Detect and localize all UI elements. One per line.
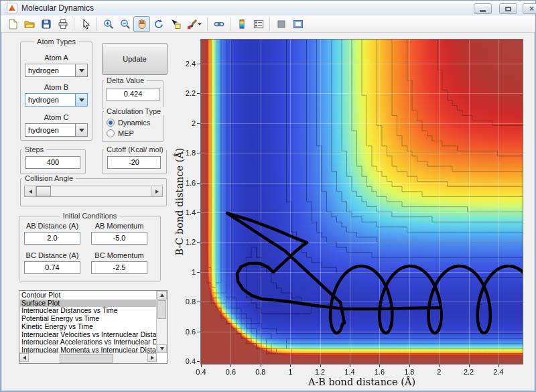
- update-button[interactable]: Update: [102, 43, 168, 75]
- x-tick: [409, 365, 410, 367]
- initial-conditions-title: Initial Conditions: [60, 212, 120, 220]
- scroll-left-icon[interactable]: [19, 353, 29, 362]
- pes-axes: [200, 39, 523, 365]
- insert-legend-button[interactable]: [250, 16, 267, 32]
- list-item[interactable]: Internuclear Momenta vs Internuclear Dis…: [20, 346, 156, 352]
- link-plots-button[interactable]: [210, 16, 227, 32]
- hscroll-thumb[interactable]: [60, 354, 113, 363]
- edit-plot-arrow-button[interactable]: [77, 16, 94, 32]
- insert-colorbar-icon: [237, 19, 247, 29]
- plot-type-listbox[interactable]: Contour PlotSurface PlotInternuclear Dis…: [19, 290, 168, 364]
- x-tick: [320, 365, 321, 367]
- atom-b-value: hydrogen: [25, 93, 75, 107]
- save-figure-button[interactable]: [38, 16, 54, 32]
- new-figure-icon: [7, 19, 18, 29]
- x-tick: [439, 365, 440, 367]
- chevron-down-icon[interactable]: [75, 64, 88, 77]
- x-tick: [350, 365, 350, 367]
- open-file-icon: [24, 19, 35, 29]
- atom-c-combo[interactable]: hydrogen: [25, 123, 88, 137]
- atom-a-value: hydrogen: [25, 64, 75, 77]
- maximize-button[interactable]: [499, 3, 517, 14]
- vscroll-thumb[interactable]: [157, 300, 166, 319]
- insert-colorbar-button[interactable]: [233, 16, 250, 32]
- atom-b-combo[interactable]: hydrogen: [25, 93, 88, 107]
- radio-dynamics[interactable]: Dynamics: [107, 119, 150, 127]
- atom-a-label: Atom A: [20, 54, 92, 62]
- y-tick-label: 1: [173, 268, 196, 276]
- hide-plot-tools-button[interactable]: [273, 16, 289, 32]
- data-cursor-icon: [170, 19, 181, 29]
- chevron-down-icon[interactable]: [75, 123, 88, 137]
- radio-mep-label: MEP: [118, 129, 134, 137]
- radio-selected-icon: [107, 119, 115, 127]
- atom-c-label: Atom C: [20, 113, 92, 121]
- scroll-up-icon[interactable]: [157, 291, 167, 300]
- x-tick-label: 0.4: [188, 368, 214, 376]
- close-button[interactable]: ×: [523, 3, 536, 14]
- y-tick: [197, 361, 200, 362]
- brush-data-button[interactable]: [184, 16, 204, 32]
- bc-distance-field[interactable]: 0.74: [24, 261, 80, 274]
- edit-plot-arrow-icon: [80, 19, 91, 29]
- zoom-in-icon: [103, 19, 114, 29]
- pes-contour-plot[interactable]: [201, 40, 523, 364]
- y-tick: [197, 272, 200, 273]
- open-file-button[interactable]: [21, 16, 38, 32]
- atom-c-value: hydrogen: [25, 123, 75, 137]
- y-tick: [197, 153, 200, 153]
- cutoff-field[interactable]: -20: [107, 156, 161, 169]
- x-tick-label: 2.2: [456, 368, 482, 376]
- x-tick-label: 0.6: [217, 368, 244, 376]
- radio-unselected-icon: [107, 129, 115, 137]
- plot-type-list-rows: Contour PlotSurface PlotInternuclear Dis…: [20, 291, 156, 352]
- ab-distance-label: AB Distance (A): [24, 222, 80, 230]
- x-tick-label: 1: [277, 368, 304, 376]
- x-tick-label: 2.4: [485, 368, 512, 376]
- slider-thumb[interactable]: [36, 186, 51, 196]
- zoom-in-button[interactable]: [100, 16, 117, 32]
- y-tick: [197, 64, 200, 64]
- steps-field[interactable]: 400: [25, 156, 80, 169]
- delta-value-field[interactable]: 0.424: [107, 88, 159, 101]
- maximize-icon: [505, 7, 511, 11]
- show-plot-tools-button[interactable]: [289, 16, 306, 32]
- save-figure-icon: [41, 19, 52, 29]
- list-item[interactable]: Contour Plot: [20, 291, 156, 300]
- y-tick-label: 0.4: [173, 357, 196, 365]
- slider-right-arrow[interactable]: [151, 186, 162, 196]
- new-figure-button[interactable]: [4, 16, 21, 32]
- pan-hand-button[interactable]: [133, 16, 150, 32]
- y-tick-label: 2: [173, 119, 196, 127]
- minimize-button[interactable]: [474, 3, 492, 14]
- zoom-out-button[interactable]: [117, 16, 133, 32]
- x-tick: [290, 365, 291, 367]
- bc-distance-label: BC Distance (A): [24, 251, 80, 259]
- x-tick-label: 1.2: [307, 368, 334, 376]
- collision-angle-slider[interactable]: [24, 186, 163, 197]
- data-cursor-button[interactable]: [167, 16, 184, 32]
- atom-a-combo[interactable]: hydrogen: [25, 64, 88, 77]
- atom-b-label: Atom B: [20, 83, 92, 91]
- slider-left-arrow[interactable]: [25, 186, 36, 196]
- bc-momentum-field[interactable]: -2.5: [91, 261, 147, 274]
- y-tick: [197, 93, 200, 94]
- radio-mep[interactable]: MEP: [107, 129, 134, 137]
- scroll-right-icon[interactable]: [147, 353, 157, 362]
- ab-momentum-field[interactable]: -5.0: [91, 232, 147, 245]
- title-bar[interactable]: Molecular Dynamics ×: [1, 1, 535, 16]
- x-tick: [201, 365, 202, 367]
- ab-distance-field[interactable]: 2.0: [24, 232, 80, 245]
- collision-angle-title: Collision Angle: [22, 174, 76, 182]
- chevron-down-icon[interactable]: [198, 23, 202, 25]
- x-tick-label: 0.8: [247, 368, 274, 376]
- chevron-down-icon[interactable]: [75, 93, 88, 107]
- toolbar-separator: [74, 17, 74, 31]
- scroll-down-icon[interactable]: [157, 344, 167, 353]
- rotate-3d-button[interactable]: [150, 16, 167, 32]
- vertical-scrollbar[interactable]: [156, 291, 167, 353]
- horizontal-scrollbar[interactable]: [19, 352, 157, 363]
- print-figure-button[interactable]: [54, 16, 71, 32]
- calculation-type-title: Calculation Type: [104, 107, 163, 115]
- list-item[interactable]: Kinetic Energy vs Time: [20, 323, 156, 331]
